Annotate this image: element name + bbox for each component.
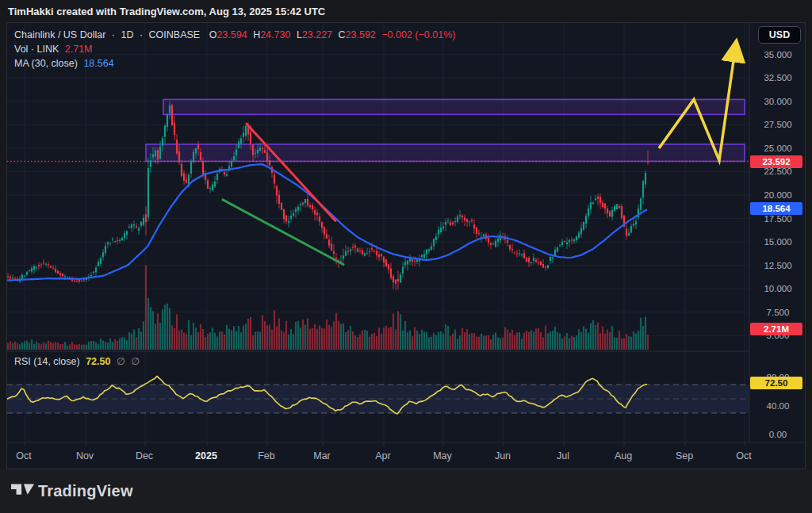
rsi-label[interactable]: RSI (14, close) <box>14 356 80 367</box>
chart-plot-area[interactable] <box>7 23 806 469</box>
price-axis-label: 25.000 <box>752 143 804 154</box>
volume-value: 2.71M <box>65 44 93 55</box>
time-axis-label-mar: Mar <box>304 450 339 461</box>
high-label: H <box>253 29 260 40</box>
footer-bar: TradingView <box>0 469 812 513</box>
time-axis-label-feb: Feb <box>249 450 284 461</box>
attribution-text: TimHakki created with TradingView.com, A… <box>8 4 325 20</box>
low-value: 23.227 <box>302 29 332 40</box>
rsi-value-badge: 72.50 <box>750 377 802 389</box>
ma-value-badge: 18.564 <box>750 202 802 215</box>
price-axis-label: 27.500 <box>752 119 804 130</box>
last-price-badge: 23.592 <box>750 155 802 168</box>
currency-button[interactable]: USD <box>758 26 801 44</box>
rsi-empty-slot-1: ∅ <box>117 356 125 367</box>
volume-bars <box>7 266 649 350</box>
symbol-legend-row[interactable]: Chainlink / US Dollar · 1D · COINBASE O2… <box>14 29 455 41</box>
price-axis-label: 35.000 <box>752 49 804 60</box>
price-axis-label: 30.000 <box>752 96 804 107</box>
close-value: 23.592 <box>346 29 376 40</box>
price-axis-label: 22.500 <box>752 166 804 177</box>
tradingview-logo-icon[interactable] <box>11 481 35 499</box>
interval-label[interactable]: 1D <box>121 29 133 40</box>
legend-separator-1: · <box>112 29 115 40</box>
rsi-axis-label: 40.00 <box>752 400 804 412</box>
volume-legend-row[interactable]: Vol · LINK 2.71M <box>14 43 93 56</box>
tradingview-screenshot: TimHakki created with TradingView.com, A… <box>0 0 812 513</box>
price-axis-label: 10.000 <box>752 283 804 294</box>
time-axis-label-2025: 2025 <box>189 450 224 461</box>
supply-zone-box <box>163 99 745 114</box>
ma-value: 18.564 <box>83 58 113 69</box>
volume-value-badge: 2.71M <box>750 323 802 335</box>
low-label: L <box>297 29 302 40</box>
price-axis-label: 12.500 <box>752 260 804 271</box>
ma-legend-row[interactable]: MA (30, close) 18.564 <box>14 57 114 70</box>
close-label: C <box>339 29 346 40</box>
price-axis-label: 32.500 <box>752 72 804 83</box>
price-axis-label: 15.000 <box>752 236 804 247</box>
change-value: −0.002 (−0.01%) <box>381 29 455 40</box>
rsi-value: 72.50 <box>86 356 110 367</box>
exchange-label[interactable]: COINBASE <box>149 29 201 40</box>
time-axis-label-dec: Dec <box>127 450 162 461</box>
tradingview-logo-text[interactable]: TradingView <box>38 482 133 500</box>
time-axis-label-apr: Apr <box>366 450 400 461</box>
rsi-empty-slot-2: ∅ <box>131 356 140 367</box>
rsi-axis-label: 0.00 <box>752 429 804 440</box>
open-label: O <box>209 29 217 40</box>
time-axis-label-sep: Sep <box>667 450 702 461</box>
ma-label[interactable]: MA (30, close) <box>14 58 78 69</box>
high-value: 24.730 <box>260 29 290 40</box>
chart-widget[interactable] <box>6 22 806 469</box>
time-axis-label-jul: Jul <box>546 450 580 461</box>
volume-label[interactable]: Vol · LINK <box>14 44 59 55</box>
ma-line <box>7 164 647 281</box>
time-axis-label-oct: Oct <box>726 450 761 461</box>
time-axis-label-jun: Jun <box>485 450 520 461</box>
open-value: 23.594 <box>216 29 247 40</box>
candle-wicks-down <box>8 104 648 291</box>
time-axis-label-aug: Aug <box>606 450 641 461</box>
time-axis-label-nov: Nov <box>67 450 102 461</box>
rsi-legend-row[interactable]: RSI (14, close) 72.50 ∅ ∅ <box>14 355 140 368</box>
price-axis-label: 7.500 <box>752 307 804 318</box>
symbol-title[interactable]: Chainlink / US Dollar <box>14 29 105 40</box>
time-axis-label-may: May <box>425 450 460 461</box>
red-resistance-line[interactable] <box>247 124 335 220</box>
legend-separator-2: · <box>140 29 143 40</box>
price-axis-label: 20.000 <box>752 190 804 201</box>
time-axis-label-oct: Oct <box>6 450 41 461</box>
